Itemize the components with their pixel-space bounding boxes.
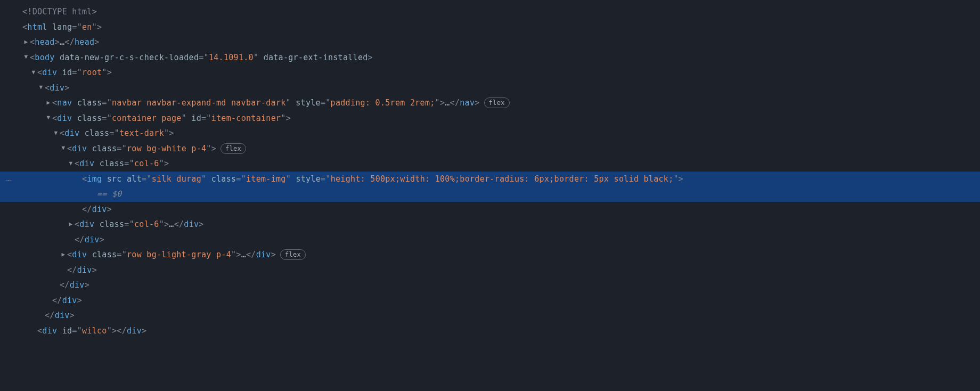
col6a-close-line[interactable]: </div> xyxy=(0,202,980,217)
head-line[interactable]: ▶<head>…</head> xyxy=(0,35,980,50)
toggle-rowwhite[interactable]: ▼ xyxy=(60,143,67,154)
toggle-container[interactable]: ▼ xyxy=(45,112,52,124)
doctype-text: <!DOCTYPE html> xyxy=(22,7,97,17)
toggle-rowgray[interactable]: ▶ xyxy=(60,249,67,260)
toggle-root[interactable]: ▼ xyxy=(30,67,37,78)
inner-div-close-line[interactable]: </div> xyxy=(0,293,980,308)
body-open-line[interactable]: ▼<body data-new-gr-c-s-check-loaded="14.… xyxy=(0,50,980,66)
row-white-div-line[interactable]: ▼<div class="row bg-white p-4"> flex xyxy=(0,141,980,157)
flex-badge[interactable]: flex xyxy=(484,97,510,108)
toggle-body[interactable]: ▼ xyxy=(22,52,30,63)
nav-line[interactable]: ▶<nav class="navbar navbar-expand-md nav… xyxy=(0,95,980,111)
img-line-selected[interactable]: … <img src alt="silk durag" class="item-… xyxy=(0,172,980,187)
gutter-dots: … xyxy=(2,172,15,186)
html-tag: html xyxy=(27,22,47,32)
text-dark-div-line[interactable]: ▼<div class="text-dark"> xyxy=(0,126,980,141)
row-gray-div-line[interactable]: ▶<div class="row bg-light-gray p-4">…</d… xyxy=(0,247,980,263)
text-dark-close-line[interactable]: </div> xyxy=(0,263,980,278)
toggle-head[interactable]: ▶ xyxy=(22,37,30,48)
container-close-line[interactable]: </div> xyxy=(0,278,980,293)
toggle-col6a[interactable]: ▼ xyxy=(67,158,75,169)
wilco-div-line[interactable]: <div id="wilco"></div> xyxy=(0,323,980,339)
flex-badge[interactable]: flex xyxy=(280,249,306,260)
col6b-div-line[interactable]: ▶<div class="col-6">…</div> xyxy=(0,217,980,232)
col6a-div-line[interactable]: ▼<div class="col-6"> xyxy=(0,156,980,172)
dom-tree: <!DOCTYPE html> <html lang="en"> ▶<head>… xyxy=(0,4,980,338)
flex-badge[interactable]: flex xyxy=(220,143,246,154)
console-ref-line: == $0 xyxy=(0,186,980,202)
toggle-col6b[interactable]: ▶ xyxy=(67,219,75,230)
inner-div-line[interactable]: ▼<div> xyxy=(0,80,980,96)
container-div-line[interactable]: ▼<div class="container page" id="item-co… xyxy=(0,111,980,126)
row-white-close-line[interactable]: </div> xyxy=(0,232,980,248)
console-ref: == $0 xyxy=(97,186,122,202)
html-open-line[interactable]: <html lang="en"> xyxy=(0,20,980,35)
toggle-textdark[interactable]: ▼ xyxy=(52,128,60,139)
root-close-line[interactable]: </div> xyxy=(0,308,980,323)
doctype-line[interactable]: <!DOCTYPE html> xyxy=(0,4,980,20)
toggle-inner[interactable]: ▼ xyxy=(37,82,45,93)
toggle-nav[interactable]: ▶ xyxy=(45,97,52,109)
root-div-line[interactable]: ▼<div id="root"> xyxy=(0,65,980,80)
